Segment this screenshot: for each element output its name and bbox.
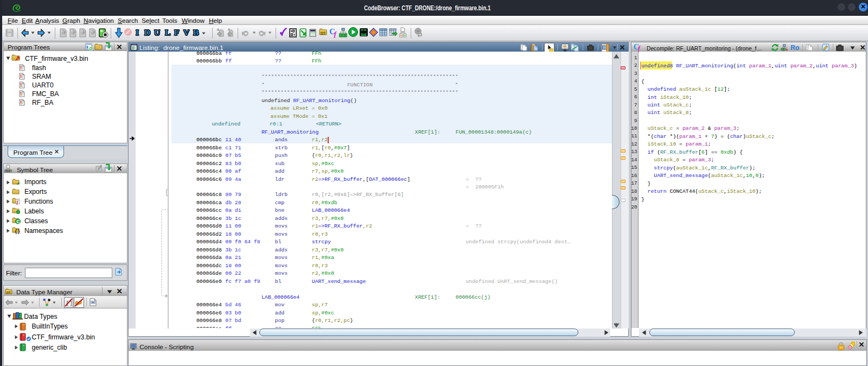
svg-text:C: C	[16, 219, 20, 224]
svg-text:DT: DT	[7, 291, 11, 294]
svg-text:DT: DT	[321, 31, 326, 35]
svg-text:{}: {}	[15, 229, 20, 234]
